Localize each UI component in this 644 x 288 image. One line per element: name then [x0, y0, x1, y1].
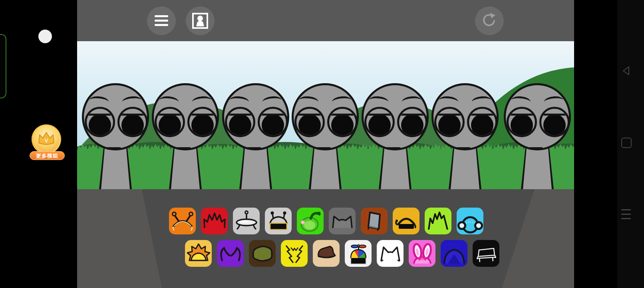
- reset-button[interactable]: [475, 6, 504, 35]
- costume-stone-slab[interactable]: [361, 208, 388, 234]
- mouth: [529, 147, 543, 150]
- game-stage: [77, 0, 574, 288]
- hamburger-icon: [155, 15, 168, 28]
- character-head: [82, 83, 149, 150]
- more-mods-label[interactable]: 更多模组: [30, 151, 65, 160]
- mouth: [456, 147, 471, 150]
- moss-wig-icon: [249, 240, 276, 267]
- top-bar: [77, 0, 574, 41]
- character-head: [292, 83, 359, 150]
- white-ears-mask-icon: [377, 240, 403, 267]
- costume-cat-ears-gray[interactable]: [329, 208, 356, 234]
- character-head: [152, 83, 219, 150]
- costume-spiky-hair-lime[interactable]: [425, 208, 451, 234]
- eye: [507, 107, 537, 137]
- character-head: [431, 83, 499, 150]
- eye: [155, 107, 185, 137]
- eye: [539, 107, 570, 137]
- robot-visor-icon: [265, 208, 292, 234]
- gold-coin-icon[interactable]: V: [32, 124, 61, 154]
- eyebrow: [122, 96, 142, 107]
- bunny-ears-icon: [409, 240, 435, 267]
- android-back-icon[interactable]: [622, 66, 630, 76]
- blue-hood-icon: [441, 240, 467, 267]
- green-apple-icon: [297, 208, 324, 234]
- lightning-bolts-icon: [281, 240, 308, 267]
- character-7[interactable]: [504, 83, 571, 189]
- stone-slab-icon: [361, 208, 388, 234]
- saucer-hat-icon: [233, 208, 260, 234]
- android-home-icon[interactable]: [621, 138, 632, 148]
- stage-floor: [77, 189, 574, 288]
- floor-light-wedge-left: [77, 189, 574, 288]
- propeller-cap-icon: [345, 240, 372, 267]
- costume-row-1: [169, 208, 483, 234]
- costume-headphones-blue[interactable]: [457, 208, 483, 234]
- costume-moss-wig[interactable]: [249, 240, 276, 267]
- headphones-icon: [457, 208, 483, 234]
- fedora-hat-icon: [313, 240, 340, 267]
- mouth: [316, 147, 331, 150]
- portrait-icon: [192, 13, 208, 29]
- costume-green-apple[interactable]: [297, 208, 324, 234]
- white-line-hat-icon: [473, 240, 499, 267]
- character-head: [504, 83, 571, 150]
- character-head: [362, 83, 429, 150]
- eye: [434, 107, 465, 137]
- costume-lightning-bolts[interactable]: [281, 240, 308, 267]
- reset-arrow-icon: [481, 12, 498, 29]
- antenna-headband-icon: [169, 208, 196, 234]
- costume-fedora-hat[interactable]: [313, 240, 340, 267]
- costume-white-line-hat[interactable]: [473, 240, 499, 267]
- side-panel-edge: [0, 34, 6, 98]
- character-3[interactable]: [222, 83, 289, 189]
- black-band-icon: [393, 208, 419, 234]
- eyebrow: [89, 96, 109, 107]
- costume-sunburst[interactable]: [185, 240, 212, 267]
- mouth: [177, 147, 191, 150]
- eye: [117, 107, 148, 137]
- eye: [258, 107, 288, 137]
- costume-row-2: [185, 240, 499, 267]
- menu-button[interactable]: [147, 6, 176, 35]
- crown-icon: V: [37, 131, 56, 147]
- cat-ears-icon: [329, 208, 356, 234]
- spiky-crown-icon: [201, 208, 228, 234]
- eye: [397, 107, 427, 137]
- svg-text:V: V: [45, 138, 48, 144]
- eye: [364, 107, 395, 137]
- eye: [187, 107, 218, 137]
- character-5[interactable]: [362, 83, 429, 189]
- costume-spiky-crown-red[interactable]: [201, 208, 228, 234]
- costume-propeller-cap[interactable]: [345, 240, 372, 267]
- assistive-float-ball[interactable]: [38, 30, 52, 43]
- mouth: [107, 147, 121, 150]
- costume-antenna-headband[interactable]: [169, 208, 196, 234]
- character-6[interactable]: [431, 83, 499, 189]
- costume-black-band-visor[interactable]: [393, 208, 419, 234]
- sunburst-icon: [185, 240, 212, 267]
- eye: [225, 107, 255, 137]
- mouth: [386, 147, 401, 150]
- costume-bunny-ears[interactable]: [409, 240, 435, 267]
- costume-robot-visor[interactable]: [265, 208, 292, 234]
- eye: [327, 107, 358, 137]
- screen: V 更多模组: [0, 0, 644, 288]
- character-2[interactable]: [152, 83, 219, 189]
- android-menu-icon[interactable]: [621, 209, 631, 222]
- costume-saucer-hat-gray[interactable]: [233, 208, 260, 234]
- character-head: [222, 83, 289, 150]
- devil-horns-icon: [217, 240, 244, 267]
- costume-blue-hood[interactable]: [441, 240, 467, 267]
- eye: [85, 107, 115, 137]
- costume-devil-horns[interactable]: [217, 240, 244, 267]
- more-mods-float[interactable]: V 更多模组: [28, 123, 66, 162]
- characters-button[interactable]: [186, 6, 215, 35]
- costume-white-ears-mask[interactable]: [377, 240, 403, 267]
- character-4[interactable]: [292, 83, 359, 189]
- mouth: [247, 147, 261, 150]
- character-1[interactable]: [82, 83, 149, 189]
- eye: [467, 107, 497, 137]
- eye: [294, 107, 325, 137]
- spiky-hair-icon: [425, 208, 451, 234]
